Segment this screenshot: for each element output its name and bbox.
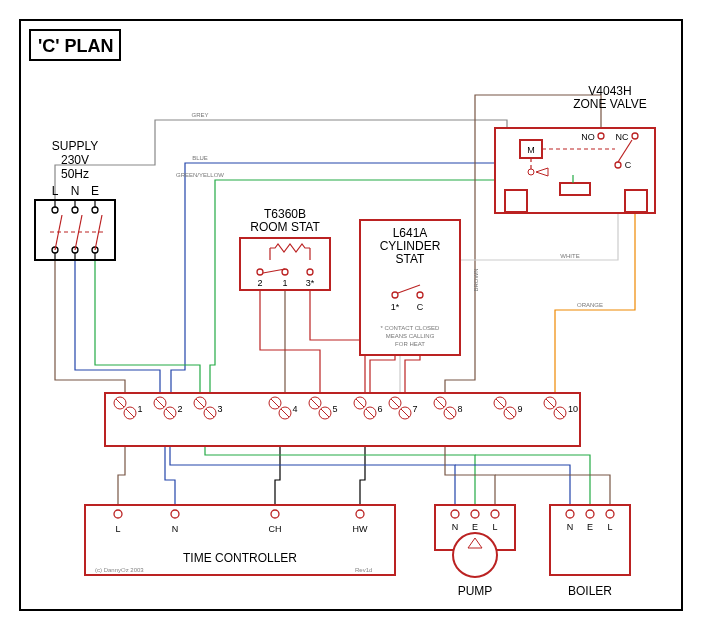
- svg-text:CYLINDER: CYLINDER: [380, 239, 441, 253]
- label-brown: BROWN: [473, 269, 479, 292]
- svg-point-28: [598, 133, 604, 139]
- title-text: 'C' PLAN: [38, 36, 114, 56]
- wire-roomstat-3: [310, 290, 365, 393]
- svg-text:(c) DannyOz 2003: (c) DannyOz 2003: [95, 567, 144, 573]
- svg-text:Rev1d: Rev1d: [355, 567, 372, 573]
- wire-brown-L: [55, 260, 125, 393]
- svg-text:BOILER: BOILER: [568, 584, 612, 598]
- svg-point-46: [307, 269, 313, 275]
- wire-roomstat-2: [260, 290, 320, 393]
- svg-text:V4043H: V4043H: [588, 84, 631, 98]
- pump: N E L PUMP: [435, 505, 515, 598]
- svg-text:M: M: [527, 145, 535, 155]
- supply-label3: 50Hz: [61, 167, 89, 181]
- svg-text:5: 5: [332, 404, 337, 414]
- svg-point-128: [471, 510, 479, 518]
- svg-text:T6360B: T6360B: [264, 207, 306, 221]
- svg-point-56: [417, 292, 423, 298]
- svg-text:E: E: [587, 522, 593, 532]
- svg-text:1*: 1*: [391, 302, 400, 312]
- svg-rect-63: [105, 393, 580, 446]
- zone-valve: V4043H ZONE VALVE M NO NC C: [495, 84, 655, 213]
- label-orange: ORANGE: [577, 302, 603, 308]
- svg-point-44: [257, 269, 263, 275]
- svg-text:ROOM STAT: ROOM STAT: [250, 220, 320, 234]
- svg-text:MEANS CALLING: MEANS CALLING: [386, 333, 435, 339]
- svg-text:N: N: [452, 522, 459, 532]
- cylinder-stat: L641A CYLINDER STAT 1* C * CONTACT CLOSE…: [360, 220, 460, 355]
- terminal-block: [105, 393, 580, 446]
- label-white: WHITE: [560, 253, 579, 259]
- supply-block: SUPPLY 230V 50Hz L N E: [35, 139, 115, 260]
- svg-point-29: [632, 133, 638, 139]
- wire-boiler-L: [495, 475, 610, 505]
- label-grey: GREY: [191, 112, 208, 118]
- svg-text:N: N: [172, 524, 179, 534]
- svg-text:8: 8: [457, 404, 462, 414]
- supply-label2: 230V: [61, 153, 89, 167]
- svg-text:L: L: [115, 524, 120, 534]
- svg-point-127: [451, 510, 459, 518]
- svg-rect-37: [560, 183, 590, 195]
- supply-label1: SUPPLY: [52, 139, 98, 153]
- room-stat: T6360B ROOM STAT 2 1 3*: [240, 207, 330, 290]
- wire-boiler-E: [475, 455, 590, 505]
- svg-text:N: N: [567, 522, 574, 532]
- svg-text:E: E: [91, 184, 99, 198]
- svg-text:3: 3: [217, 404, 222, 414]
- svg-text:L641A: L641A: [393, 226, 428, 240]
- svg-text:L: L: [492, 522, 497, 532]
- svg-point-27: [528, 169, 534, 175]
- svg-text:10: 10: [568, 404, 578, 414]
- svg-text:* CONTACT CLOSED: * CONTACT CLOSED: [381, 325, 440, 331]
- svg-rect-35: [505, 190, 527, 212]
- svg-text:6: 6: [377, 404, 382, 414]
- svg-point-117: [271, 510, 279, 518]
- svg-point-6: [92, 207, 98, 213]
- boiler: N E L BOILER: [550, 505, 630, 598]
- svg-point-137: [586, 510, 594, 518]
- svg-text:FOR HEAT: FOR HEAT: [395, 341, 425, 347]
- svg-text:PUMP: PUMP: [458, 584, 493, 598]
- svg-point-115: [114, 510, 122, 518]
- svg-text:2: 2: [257, 278, 262, 288]
- svg-text:2: 2: [177, 404, 182, 414]
- svg-text:C: C: [625, 160, 632, 170]
- svg-text:1: 1: [137, 404, 142, 414]
- wire-green-supply: [95, 260, 200, 393]
- svg-text:L: L: [52, 184, 59, 198]
- label-green: GREEN/YELLOW: [176, 172, 224, 178]
- svg-point-5: [72, 207, 78, 213]
- svg-text:NC: NC: [616, 132, 629, 142]
- svg-text:C: C: [417, 302, 424, 312]
- svg-point-118: [356, 510, 364, 518]
- svg-text:HW: HW: [353, 524, 368, 534]
- svg-text:STAT: STAT: [396, 252, 426, 266]
- svg-text:4: 4: [292, 404, 297, 414]
- svg-text:9: 9: [517, 404, 522, 414]
- svg-point-55: [392, 292, 398, 298]
- time-controller: L N CH HW TIME CONTROLLER (c) DannyOz 20…: [85, 505, 395, 575]
- svg-rect-36: [625, 190, 647, 212]
- svg-text:L: L: [607, 522, 612, 532]
- wire-boiler-N: [455, 465, 570, 505]
- svg-text:CH: CH: [269, 524, 282, 534]
- svg-point-138: [606, 510, 614, 518]
- svg-point-136: [566, 510, 574, 518]
- svg-text:3*: 3*: [306, 278, 315, 288]
- svg-text:TIME CONTROLLER: TIME CONTROLLER: [183, 551, 297, 565]
- svg-text:NO: NO: [581, 132, 595, 142]
- svg-text:N: N: [71, 184, 80, 198]
- wire-blue-supply: [75, 260, 160, 393]
- svg-point-30: [615, 162, 621, 168]
- svg-text:ZONE VALVE: ZONE VALVE: [573, 97, 647, 111]
- svg-text:7: 7: [412, 404, 417, 414]
- svg-point-4: [52, 207, 58, 213]
- label-blue: BLUE: [192, 155, 208, 161]
- svg-point-116: [171, 510, 179, 518]
- svg-text:E: E: [472, 522, 478, 532]
- svg-text:1: 1: [282, 278, 287, 288]
- svg-point-129: [491, 510, 499, 518]
